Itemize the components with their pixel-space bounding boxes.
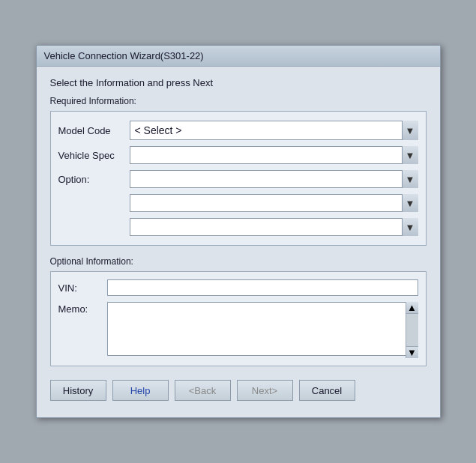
scroll-track [406,314,418,346]
back-button[interactable]: <Back [175,380,231,401]
window-title: Vehicle Connection Wizard(S301-22) [44,50,204,61]
memo-textarea[interactable] [107,302,418,356]
option-control: ▼ [130,170,418,188]
memo-wrapper: ▲ ▼ [107,302,418,358]
scroll-down-button[interactable]: ▼ [406,346,418,358]
memo-row: Memo: ▲ ▼ [58,302,418,358]
required-box: Model Code < Select > ▼ Vehicle Spec [50,111,427,246]
option3-control: ▼ [130,218,418,236]
option2-row: ▼ [58,194,418,212]
next-button[interactable]: Next> [237,380,293,401]
optional-box: VIN: Memo: ▲ ▼ [50,271,427,366]
optional-section-label: Optional Information: [50,256,427,267]
cancel-button[interactable]: Cancel [299,380,355,401]
vin-label: VIN: [58,282,107,294]
option2-control: ▼ [130,194,418,212]
option-select[interactable] [130,170,418,188]
model-code-label: Model Code [58,125,130,136]
vehicle-spec-select-wrapper: ▼ [130,146,418,164]
subtitle-text: Select the Information and press Next [50,77,427,88]
model-code-row: Model Code < Select > ▼ [58,121,418,140]
vehicle-spec-select[interactable] [130,146,418,164]
help-button[interactable]: Help [112,380,169,401]
vin-input[interactable] [107,279,418,296]
option2-select-wrapper: ▼ [130,194,418,212]
title-bar: Vehicle Connection Wizard(S301-22) [37,46,440,67]
history-button[interactable]: History [50,380,106,401]
option-select-wrapper: ▼ [130,170,418,188]
vin-row: VIN: [58,279,418,296]
required-section-label: Required Information: [50,96,427,106]
main-window: Vehicle Connection Wizard(S301-22) Selec… [36,45,441,418]
model-code-select[interactable]: < Select > [130,121,418,140]
option3-select[interactable] [130,218,418,236]
model-code-control: < Select > ▼ [130,121,418,140]
vehicle-spec-label: Vehicle Spec [58,150,130,161]
model-code-select-wrapper: < Select > ▼ [130,121,418,140]
content-area: Select the Information and press Next Re… [37,67,440,417]
option-row: Option: ▼ [58,170,418,188]
memo-scrollbar: ▲ ▼ [406,302,418,358]
scroll-down-icon: ▼ [407,347,417,358]
scroll-up-icon: ▲ [407,302,417,313]
option2-select[interactable] [130,194,418,212]
option3-row: ▼ [58,218,418,236]
vehicle-spec-control: ▼ [130,146,418,164]
option-label: Option: [58,174,130,185]
memo-label: Memo: [58,302,107,315]
scroll-up-button[interactable]: ▲ [406,302,418,314]
vehicle-spec-row: Vehicle Spec ▼ [58,146,418,164]
button-row: History Help <Back Next> Cancel [50,377,427,407]
option3-select-wrapper: ▼ [130,218,418,236]
